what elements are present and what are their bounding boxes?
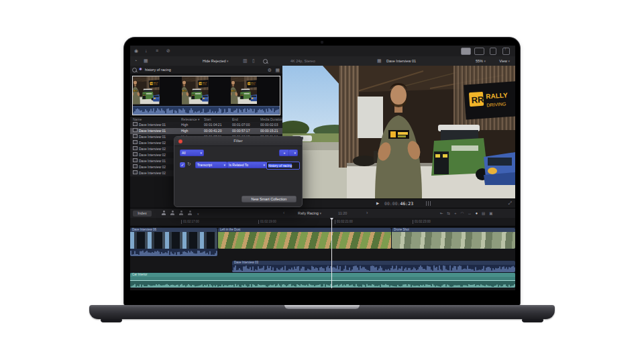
table-row[interactable]: Dave Interview 01 High 00:01:04:21 00:01… — [130, 122, 282, 128]
sidebar-icon[interactable]: ◉ — [134, 46, 138, 56]
role-icons[interactable] — [161, 210, 196, 217]
role-icon[interactable] — [178, 210, 184, 216]
clip-filmstrip-icon[interactable]: ▦ — [144, 56, 148, 66]
video-frame[interactable] — [282, 66, 515, 198]
clip-audio-waveform — [130, 249, 217, 256]
role-icon[interactable] — [187, 210, 193, 216]
video-clip-drone-shot[interactable]: Drone Shot — [392, 228, 515, 249]
timeline-toolbar: Index ▾ ‹ Rally Racing ▾ 11:20 › ⇤⇆+◠↔●▤… — [130, 208, 515, 219]
search-value: history of racing — [145, 68, 171, 72]
range-icon[interactable]: ◠ — [460, 211, 468, 215]
macbook-base — [89, 305, 555, 319]
new-smart-collection-button[interactable]: New Smart Collection — [241, 196, 297, 202]
search-icon — [132, 68, 137, 72]
snap-icon[interactable]: ● — [476, 211, 482, 215]
prev-project-icon[interactable]: ‹ — [283, 210, 284, 215]
keyword-editor-icon[interactable]: ≡ — [156, 46, 158, 56]
viewer-pane: ◔ ▾ ▶ 00:00:46:23 ⤢ — [282, 66, 515, 208]
project-name-menu[interactable]: Rally Racing ▾ — [298, 211, 321, 215]
pane-toolbar: ◔ ▦ Hide Rejected ▾ ▥ ▯ 4K 24p, Stereo ▦… — [130, 56, 515, 66]
appearance-icon[interactable]: ▤ — [482, 211, 489, 215]
rubber-foot — [101, 319, 122, 322]
clip-appearance-icon[interactable]: ◔ — [134, 56, 137, 66]
filter-dialog-titlebar[interactable]: Filter — [174, 137, 302, 146]
playhead[interactable] — [331, 218, 332, 288]
panel-icon[interactable]: ▣ — [489, 211, 496, 215]
gear-icon[interactable]: ⚙ — [268, 65, 272, 76]
view-toggle-icon[interactable]: ▦ — [275, 65, 280, 76]
table-row-selected[interactable]: Dave Interview 01 High 00:00:41:20 00:00… — [130, 128, 282, 134]
audio-clip-car-interior[interactable]: Car Interior — [130, 273, 515, 288]
viewer-view-menu[interactable]: View ▾ — [499, 59, 510, 63]
ruler-tick: 01:02:19:00 — [260, 218, 276, 226]
filmstrip-frame — [231, 76, 279, 105]
role-icon[interactable] — [170, 210, 175, 216]
play-icon[interactable]: ▶ — [376, 201, 379, 205]
browser-search-field[interactable]: ✱ history of racing ⚙ ▦ — [130, 66, 282, 74]
filmstrip-audio-waveform — [133, 106, 280, 115]
rule-condition-dropdown[interactable]: Is Related To▾ — [227, 162, 267, 168]
index-button[interactable]: Index — [133, 210, 152, 217]
background-tasks-icon[interactable]: ⊘ — [166, 46, 170, 56]
macbook-laptop: ◉ ↓ ≡ ⊘ ↑ ◔ ▦ Hide Rejected ▾ ▥ ▯ 4K 24p… — [0, 0, 644, 362]
role-icon[interactable] — [161, 210, 166, 216]
window-toolbar: ◉ ↓ ≡ ⊘ ↑ — [130, 46, 515, 57]
timeline-toggle-icon[interactable] — [472, 48, 484, 55]
clip-thumbnails — [218, 232, 391, 249]
loop-icon[interactable]: ↻ — [187, 162, 191, 167]
close-icon[interactable] — [178, 139, 182, 143]
rule-type-dropdown[interactable]: Transcript▾ — [195, 162, 227, 168]
selected-clip-filmstrip[interactable] — [132, 76, 280, 115]
clip-thumbnails — [392, 232, 515, 249]
browser-toggle-icon[interactable] — [458, 48, 471, 55]
filmstrip-frame — [133, 76, 182, 105]
rule-checkbox[interactable]: ✓ — [180, 162, 185, 168]
final-cut-pro-window: ◉ ↓ ≡ ⊘ ↑ ◔ ▦ Hide Rejected ▾ ▥ ▯ 4K 24p… — [130, 46, 515, 290]
match-dropdown[interactable]: All▾ — [180, 149, 204, 156]
viewer-timecode: 00:00:46:23 — [384, 201, 413, 206]
viewer-zoom-menu[interactable]: 55% ▾ — [476, 59, 486, 63]
video-clip-left-in-the-dust[interactable]: Left in the Dust — [218, 228, 391, 249]
next-project-icon[interactable]: › — [366, 210, 368, 215]
ruler-tick: 01:02:23:00 — [415, 218, 431, 226]
inspector-toggle-icon[interactable] — [487, 48, 496, 55]
ruler-tick: 01:02:21:00 — [337, 218, 353, 226]
audio-meters[interactable] — [425, 201, 431, 206]
clip-audio-waveform — [232, 265, 515, 272]
import-icon[interactable]: ↓ — [145, 46, 148, 56]
viewer-format-info: 4K 24p, Stereo — [290, 59, 315, 63]
audio-clip-dave-interview-03[interactable]: Dave Interview 03 — [232, 261, 515, 272]
trim-icon[interactable]: ⇤ — [440, 211, 447, 215]
video-clip-dave-interview-06[interactable]: Dave Interview 06 — [130, 228, 217, 256]
search-icon[interactable] — [263, 59, 268, 64]
project-duration: 11:20 — [338, 211, 347, 215]
clip-audio-waveform — [130, 280, 515, 288]
macbook-screen: ◉ ↓ ≡ ⊘ ↑ ◔ ▦ Hide Rejected ▾ ▥ ▯ 4K 24p… — [124, 38, 520, 306]
hide-rejected-filter[interactable]: Hide Rejected ▾ — [203, 59, 229, 63]
viewer-transport-bar: ◔ ▾ ▶ 00:00:46:23 ⤢ — [282, 198, 515, 208]
viewer-clip-title: Dave Interview 01 — [386, 59, 416, 63]
timeline-pane: Index ▾ ‹ Rally Racing ▾ 11:20 › ⇤⇆+◠↔●▤… — [130, 208, 515, 290]
clip-title: Car Interior — [130, 273, 515, 277]
fullscreen-icon[interactable]: ⤢ — [508, 200, 512, 206]
people-detect-icon[interactable]: ▯ — [252, 56, 255, 66]
filter-dialog: Filter All▾ + ▾ ✓ ↻ Transcript▾ Is Relat… — [174, 136, 303, 207]
filter-duplicates-icon[interactable]: ▥ — [243, 56, 248, 66]
timeline-ruler[interactable]: 01:02:17:00 01:02:19:00 01:02:21:00 01:0… — [130, 218, 515, 227]
webcam-dot — [321, 41, 323, 44]
timeline-tools[interactable]: ⇤⇆+◠↔●▤▣ — [440, 211, 496, 215]
rubber-foot — [522, 319, 543, 322]
lid-notch — [284, 305, 360, 309]
ruler-tick: 01:02:17:00 — [183, 218, 199, 226]
clip-menu-icon[interactable]: ▦ — [377, 56, 382, 66]
chevron-down-icon[interactable]: ▾ — [197, 212, 199, 216]
clip-thumbnails — [130, 232, 217, 249]
add-rule-dropdown[interactable]: ▾ — [288, 149, 298, 156]
share-icon[interactable]: ↑ — [497, 48, 510, 55]
skim-icon[interactable]: ⇆ — [447, 211, 455, 215]
smart-collection-icon: ✱ — [139, 67, 142, 71]
hand-icon[interactable]: ↔ — [468, 211, 476, 215]
filmstrip-frame — [182, 76, 231, 105]
rule-text-input[interactable]: history of racing — [266, 162, 300, 170]
